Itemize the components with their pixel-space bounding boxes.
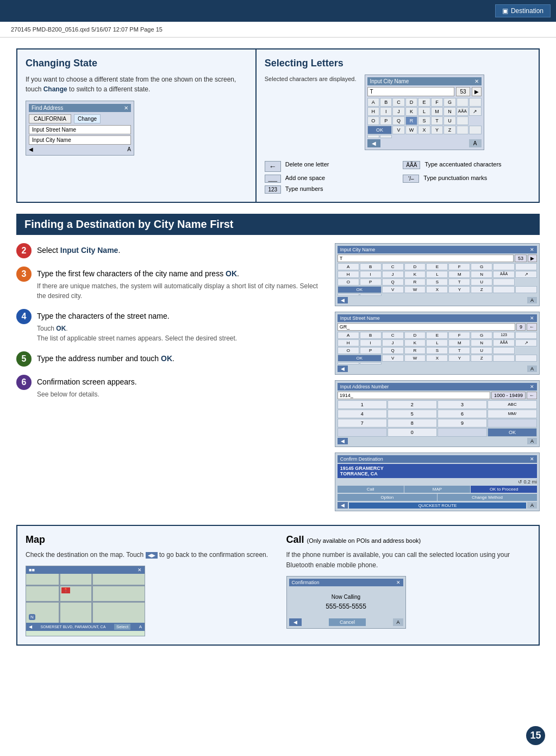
key-v[interactable]: V — [392, 126, 404, 134]
key-r[interactable]: R — [405, 116, 417, 125]
skey-h[interactable]: H — [338, 271, 359, 278]
addr-field[interactable]: 1914_ — [338, 392, 490, 399]
map-button[interactable]: MAP — [404, 486, 471, 493]
skey-c[interactable]: C — [382, 263, 404, 270]
key-i[interactable]: I — [380, 107, 392, 116]
nkey-2[interactable]: 2 — [388, 400, 437, 409]
key-p[interactable]: P — [380, 116, 392, 125]
skey-y[interactable]: Y — [448, 286, 470, 293]
city-arrow[interactable]: ▶ — [472, 87, 482, 96]
skey-z[interactable]: Z — [471, 286, 492, 293]
key-c[interactable]: C — [392, 98, 404, 107]
addr-arrow[interactable]: ← — [527, 392, 537, 399]
change-button[interactable]: Change — [74, 114, 101, 123]
key-l[interactable]: L — [418, 107, 430, 116]
skey2-up[interactable]: ↗ — [515, 339, 537, 346]
skey-p[interactable]: P — [360, 278, 382, 286]
skey-aaa[interactable]: ÄÃÄ — [493, 271, 515, 278]
skey2-s[interactable]: S — [426, 347, 448, 354]
skey-f[interactable]: F — [448, 263, 470, 270]
skey2-123[interactable]: 123 — [493, 332, 515, 339]
skey-t[interactable]: T — [448, 278, 470, 286]
skey2-g[interactable]: G — [471, 332, 492, 339]
back-button[interactable]: ◀ — [367, 139, 380, 147]
map-a-btn[interactable]: A — [139, 624, 142, 629]
map-select-btn[interactable]: Select — [114, 624, 130, 630]
nkey-1[interactable]: 1 — [338, 400, 387, 409]
street-a-btn[interactable]: A — [527, 365, 537, 372]
skey2-u[interactable]: U — [471, 347, 492, 354]
nkey-6[interactable]: 6 — [438, 410, 487, 418]
city-screen-field[interactable]: T — [338, 255, 514, 262]
skey2-k[interactable]: K — [404, 339, 426, 346]
nkey-ok[interactable]: OK — [488, 428, 537, 437]
nkey-mm[interactable]: MM/ — [488, 410, 537, 418]
skey-q[interactable]: Q — [382, 278, 404, 286]
skey-ok[interactable]: OK — [338, 286, 382, 293]
nkey-9[interactable]: 9 — [438, 419, 487, 427]
street-name-field[interactable]: Input Street Name — [29, 125, 131, 134]
key-k[interactable]: K — [405, 107, 417, 116]
skey2-i[interactable]: I — [360, 339, 382, 346]
skey-d[interactable]: D — [404, 263, 426, 270]
destination-button[interactable]: ▣ Destination — [495, 4, 551, 17]
skey2-x[interactable]: X — [426, 355, 448, 362]
key-m[interactable]: M — [431, 107, 443, 116]
skey-s[interactable]: S — [426, 278, 448, 286]
calling-cancel-btn[interactable]: Cancel — [329, 618, 366, 626]
city-name-field[interactable]: Input City Name — [29, 135, 131, 145]
skey2-w[interactable]: W — [404, 355, 426, 362]
skey2-aaa[interactable]: ÄÃÄ — [493, 339, 515, 346]
skey-w[interactable]: W — [404, 286, 426, 293]
skey2-d[interactable]: D — [404, 332, 426, 339]
skey-x[interactable]: X — [426, 286, 448, 293]
key-up[interactable]: ↗ — [469, 107, 481, 116]
skey2-m[interactable]: M — [448, 339, 470, 346]
skey2-r[interactable]: R — [404, 347, 426, 354]
key-t[interactable]: T — [431, 116, 443, 125]
confirm-back-btn[interactable]: ◀ — [338, 502, 348, 509]
key-j[interactable]: J — [392, 107, 404, 116]
key-o[interactable]: O — [367, 116, 379, 125]
street-screen-arrow[interactable]: ← — [527, 323, 537, 331]
skey-r[interactable]: R — [404, 278, 426, 286]
skey2-v[interactable]: V — [382, 355, 404, 362]
street-back-btn[interactable]: ◀ — [338, 365, 348, 372]
key-ok[interactable]: OK — [367, 126, 392, 134]
nkey-5[interactable]: 5 — [388, 410, 437, 418]
key-u[interactable]: U — [443, 116, 455, 125]
skey-b[interactable]: B — [360, 263, 382, 270]
skey2-b[interactable]: B — [360, 332, 382, 339]
state-button[interactable]: CALIFORNIA — [29, 114, 71, 123]
addr-a-btn[interactable]: A — [527, 438, 537, 444]
key-a[interactable]: A — [367, 98, 379, 107]
ok-to-proceed-button[interactable]: OK to Proceed — [471, 486, 537, 493]
skey-a[interactable]: A — [338, 263, 359, 270]
key-g[interactable]: G — [443, 98, 455, 107]
nkey-0[interactable]: 0 — [388, 428, 437, 437]
confirm-a-btn[interactable]: A — [527, 502, 537, 509]
key-e[interactable]: E — [418, 98, 430, 107]
key-x[interactable]: X — [418, 126, 430, 134]
city-input-field[interactable]: T — [367, 87, 455, 96]
skey2-l[interactable]: L — [426, 339, 448, 346]
skey2-p[interactable]: P — [360, 347, 382, 354]
key-h[interactable]: H — [367, 107, 379, 116]
skey-n[interactable]: N — [471, 271, 492, 278]
key-f[interactable]: F — [431, 98, 443, 107]
key-w[interactable]: W — [405, 126, 417, 134]
nkey-7[interactable]: 7 — [338, 419, 387, 427]
skey-e[interactable]: E — [426, 263, 448, 270]
skey2-h[interactable]: H — [338, 339, 359, 346]
key-s[interactable]: S — [418, 116, 430, 125]
skey2-y[interactable]: Y — [448, 355, 470, 362]
skey2-a[interactable]: A — [338, 332, 359, 339]
key-b[interactable]: B — [380, 98, 392, 107]
skey-m[interactable]: M — [448, 271, 470, 278]
a-button[interactable]: A — [469, 139, 482, 147]
street-screen-field[interactable]: GR_ — [338, 323, 515, 331]
call-button[interactable]: Call — [338, 486, 404, 493]
key-d[interactable]: D — [405, 98, 417, 107]
calling-a-btn[interactable]: A — [393, 618, 403, 626]
addr-back-btn[interactable]: ◀ — [338, 438, 348, 444]
